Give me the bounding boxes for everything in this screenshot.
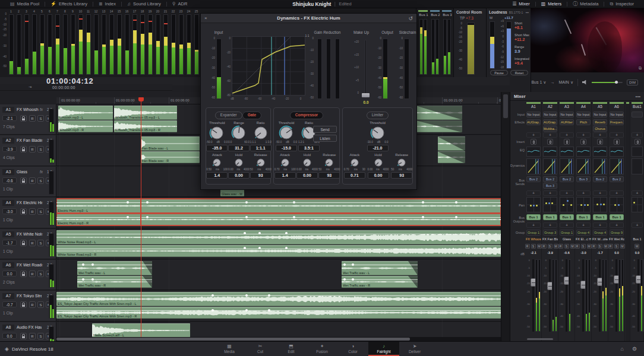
strip-s-button[interactable]: S xyxy=(598,244,602,249)
pan-point[interactable] xyxy=(600,204,602,205)
add-effect-button[interactable]: + xyxy=(593,132,607,138)
volume-handle[interactable] xyxy=(615,81,618,84)
monitor-dest-select[interactable]: MAIN ∨ xyxy=(558,80,573,85)
automation-point[interactable] xyxy=(82,263,84,266)
tab-compressor[interactable]: Compressor xyxy=(290,112,323,119)
loudness-pause-button[interactable]: Pause xyxy=(490,70,508,75)
strip-name[interactable]: Bus 1 xyxy=(631,237,643,241)
strip-name[interactable]: FX Fan Blade xyxy=(542,237,558,241)
input-cell[interactable]: No Input xyxy=(526,112,541,117)
knob-release[interactable]: Release50ms400093 xyxy=(250,153,272,179)
fx-badge[interactable]: fx xyxy=(40,138,43,142)
add-effect-button[interactable]: + xyxy=(543,132,557,138)
bus-label[interactable]: Bus 2 xyxy=(429,13,442,17)
add-output-button[interactable]: + xyxy=(576,223,591,228)
strip-m-button[interactable]: M xyxy=(587,244,592,249)
knob-value[interactable]: 93 xyxy=(250,172,272,179)
add-send-button[interactable]: + xyxy=(526,190,541,196)
bus-label[interactable]: Bus 1 xyxy=(417,13,430,17)
add-send-button[interactable]: + xyxy=(593,190,607,196)
app-logo-icon[interactable]: ◈ xyxy=(5,346,9,352)
eq-cell[interactable] xyxy=(576,147,591,157)
pan-cell[interactable] xyxy=(593,197,607,212)
fader-track[interactable] xyxy=(637,259,639,332)
bus-send-chip[interactable]: Bus 2 xyxy=(610,176,624,182)
eq-cell[interactable] xyxy=(543,147,557,157)
dynamics-cell[interactable] xyxy=(593,158,607,174)
strip-r-button[interactable]: R xyxy=(525,244,530,249)
pan-cell[interactable] xyxy=(526,197,541,212)
automation-point[interactable] xyxy=(127,201,129,204)
automation-point[interactable] xyxy=(146,216,149,218)
dynamics-cell[interactable] xyxy=(543,158,557,174)
automation-point[interactable] xyxy=(91,263,94,266)
lock-button[interactable] xyxy=(20,301,27,308)
bus-output-chip[interactable]: Bus 1 xyxy=(610,214,624,220)
strip-s-button[interactable]: S xyxy=(531,244,536,249)
audio-clip[interactable]: Electric Hum.mp3 - R xyxy=(56,214,141,225)
pan-point[interactable] xyxy=(587,204,589,206)
bus-send-chip[interactable]: Bus 2 xyxy=(526,176,541,182)
playhead-line[interactable] xyxy=(141,97,141,337)
knob-value[interactable]: 0.00 xyxy=(368,172,389,179)
page-tab-fairlight[interactable]: ♪Fairlight xyxy=(368,342,399,356)
track-gain-value[interactable]: 0.0 xyxy=(2,333,17,339)
audio-clip[interactable]: Whoosh_Transition 05.mp3 - R xyxy=(114,120,177,132)
audio-clip[interactable]: ES_Tokyo Japan City Traffic Atmos With S… xyxy=(56,292,501,306)
add-output-button[interactable]: + xyxy=(560,223,574,228)
track-s-button[interactable]: S xyxy=(37,208,44,215)
effect-chip[interactable]: AUGrap... xyxy=(543,119,557,125)
audio-clip[interactable]: Whoosh_Transition 05.mp3 - L xyxy=(114,106,177,120)
automation-point[interactable] xyxy=(91,278,94,281)
track-gain-value[interactable]: 0.0 xyxy=(2,271,17,276)
automation-point[interactable] xyxy=(422,216,424,218)
audio-clip[interactable]: Wet Traffic.wav - R xyxy=(342,276,418,288)
strip-name[interactable]: FX W...oise xyxy=(592,237,608,241)
audio-clip[interactable] xyxy=(141,214,501,225)
automation-point[interactable] xyxy=(146,201,149,204)
page-tab-media[interactable]: ▦Media xyxy=(214,342,245,356)
fader-track[interactable] xyxy=(599,259,601,332)
pan-cell[interactable] xyxy=(610,197,624,212)
effect-chip[interactable]: Multiba... xyxy=(543,126,557,132)
strip-r-button[interactable]: R xyxy=(608,244,613,249)
insert-toggle[interactable] xyxy=(547,139,553,145)
track-header-A4[interactable]: A4FX Electric Humfx2.0-3.0RSM1 Clip xyxy=(0,198,56,228)
dynamics-cell[interactable] xyxy=(560,158,574,174)
bus-send-chip[interactable]: Bus 2 xyxy=(560,176,574,182)
input-cell[interactable]: No Input xyxy=(543,112,557,117)
strip-s-button[interactable]: S xyxy=(564,244,569,249)
bus-send-chip[interactable]: Bus 3 xyxy=(543,183,557,189)
automation-point[interactable] xyxy=(343,263,346,266)
pan-point[interactable] xyxy=(633,202,635,204)
track-r-button[interactable]: R xyxy=(29,146,36,152)
tab-expander[interactable]: Expander xyxy=(215,112,242,119)
lock-button[interactable] xyxy=(20,208,27,215)
insert-toggle[interactable] xyxy=(564,139,570,145)
audio-clip[interactable]: ES_Tokyo Japan City Traffic Atmos With S… xyxy=(56,307,501,319)
track-s-button[interactable]: S xyxy=(37,115,44,122)
dynamics-cell[interactable] xyxy=(526,158,541,174)
tab-limiter[interactable]: Limiter xyxy=(367,112,389,119)
track-gain-value[interactable]: -1.7 xyxy=(2,240,17,246)
input-cell[interactable]: No Input xyxy=(610,112,624,117)
audio-clip[interactable] xyxy=(416,106,462,120)
toolbar-item-index[interactable]: ≣Index xyxy=(93,0,121,8)
dialog-titlebar[interactable]: × Dynamics - FX Electric Hum ↺ xyxy=(201,14,416,23)
lock-button[interactable] xyxy=(20,271,27,277)
mixer-menu-icon[interactable]: ••• xyxy=(636,94,640,99)
knob-hold[interactable]: Hold0.00ms40000.00 xyxy=(367,153,390,179)
bus-send-chip[interactable]: Bus 3 xyxy=(576,176,591,182)
group-chip[interactable]: Group 4 xyxy=(593,230,607,236)
strip-m-button[interactable]: M xyxy=(537,244,542,249)
track-r-button[interactable]: R xyxy=(29,177,36,184)
fader-track[interactable] xyxy=(582,259,584,332)
automation-point[interactable] xyxy=(455,216,457,218)
strip-name[interactable]: FX Whoosh xyxy=(526,237,541,241)
knob-value[interactable]: 0.71 xyxy=(344,172,365,179)
automation-point[interactable] xyxy=(293,216,295,218)
automation-point[interactable] xyxy=(422,201,424,204)
dim-button[interactable]: DIM xyxy=(627,80,638,85)
add-send-button[interactable]: + xyxy=(543,190,557,196)
automation-point[interactable] xyxy=(455,201,457,204)
